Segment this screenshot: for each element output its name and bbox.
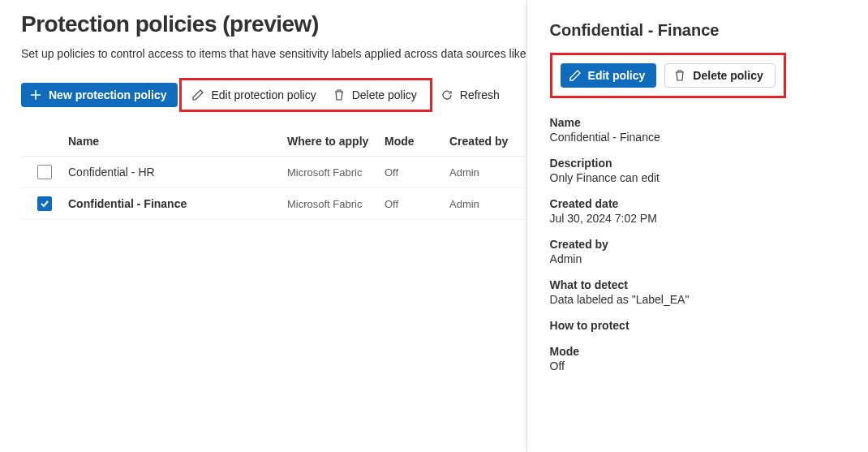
field-value: Data labeled as "Label_EA" xyxy=(550,293,852,306)
column-header-name[interactable]: Name xyxy=(68,135,287,148)
field-value: Jul 30, 2024 7:02 PM xyxy=(550,212,852,225)
cell-where: Microsoft Fabric xyxy=(287,166,385,179)
field-what-to-detect: What to detect Data labeled as "Label_EA… xyxy=(550,278,852,306)
details-title: Confidential - Finance xyxy=(550,21,852,40)
field-mode: Mode Off xyxy=(550,345,852,372)
field-label: How to protect xyxy=(550,319,852,332)
details-pane: Confidential - Finance Edit policy Delet… xyxy=(526,0,868,452)
field-description: Description Only Finance can edit xyxy=(550,157,852,184)
column-header-where[interactable]: Where to apply xyxy=(287,135,385,148)
delete-policy-side-button[interactable]: Delete policy xyxy=(664,63,775,88)
field-value: Confidential - Finance xyxy=(550,131,852,144)
field-label: What to detect xyxy=(550,278,852,291)
trash-icon xyxy=(673,69,686,82)
toolbar: New protection policy Edit protection po… xyxy=(21,78,526,112)
highlighted-details-actions: Edit policy Delete policy xyxy=(550,53,786,98)
cell-where: Microsoft Fabric xyxy=(287,198,385,210)
page-subtitle: Set up policies to control access to ite… xyxy=(21,47,526,60)
pencil-icon xyxy=(569,69,582,82)
field-label: Name xyxy=(550,116,852,129)
delete-policy-side-label: Delete policy xyxy=(693,69,763,82)
policies-table: Name Where to apply Mode Created by Conf… xyxy=(21,127,526,220)
highlighted-toolbar-group: Edit protection policy Delete policy xyxy=(179,78,432,112)
edit-policy-button[interactable]: Edit policy xyxy=(561,63,657,88)
edit-protection-policy-button[interactable]: Edit protection policy xyxy=(183,84,324,106)
field-label: Created by xyxy=(550,238,852,251)
field-created-by: Created by Admin xyxy=(550,238,852,265)
cell-created-by: Admin xyxy=(449,166,514,179)
page-title: Protection policies (preview) xyxy=(21,11,526,37)
refresh-icon xyxy=(440,88,453,101)
table-header: Name Where to apply Mode Created by xyxy=(21,127,526,157)
plus-icon xyxy=(29,88,42,101)
row-checkbox[interactable] xyxy=(37,165,52,179)
field-created-date: Created date Jul 30, 2024 7:02 PM xyxy=(550,197,852,225)
field-how-to-protect: How to protect xyxy=(550,319,852,332)
field-label: Mode xyxy=(550,345,852,358)
new-button-label: New protection policy xyxy=(49,88,166,101)
delete-policy-button[interactable]: Delete policy xyxy=(324,84,425,106)
field-name: Name Confidential - Finance xyxy=(550,116,852,144)
cell-name: Confidential - Finance xyxy=(68,197,287,210)
field-value: Only Finance can edit xyxy=(550,171,852,184)
table-row[interactable]: Confidential - Finance Microsoft Fabric … xyxy=(21,188,526,220)
field-value: Off xyxy=(550,359,852,372)
cell-mode: Off xyxy=(385,166,449,179)
row-checkbox[interactable] xyxy=(37,196,52,211)
field-label: Description xyxy=(550,157,852,170)
edit-policy-label: Edit policy xyxy=(588,69,646,82)
cell-name: Confidential - HR xyxy=(68,166,287,179)
table-row[interactable]: Confidential - HR Microsoft Fabric Off A… xyxy=(21,157,526,188)
cell-mode: Off xyxy=(385,198,449,210)
column-header-mode[interactable]: Mode xyxy=(385,135,449,148)
new-protection-policy-button[interactable]: New protection policy xyxy=(21,83,178,107)
pencil-icon xyxy=(191,88,204,101)
field-label: Created date xyxy=(550,197,852,210)
field-value: Admin xyxy=(550,252,852,265)
main-pane: Protection policies (preview) Set up pol… xyxy=(0,0,526,452)
cell-created-by: Admin xyxy=(449,198,514,210)
refresh-button-label: Refresh xyxy=(460,88,500,101)
delete-button-label: Delete policy xyxy=(352,88,417,101)
refresh-button[interactable]: Refresh xyxy=(432,84,508,106)
edit-button-label: Edit protection policy xyxy=(211,88,316,101)
column-header-created-by[interactable]: Created by xyxy=(449,135,514,148)
trash-icon xyxy=(333,88,346,101)
